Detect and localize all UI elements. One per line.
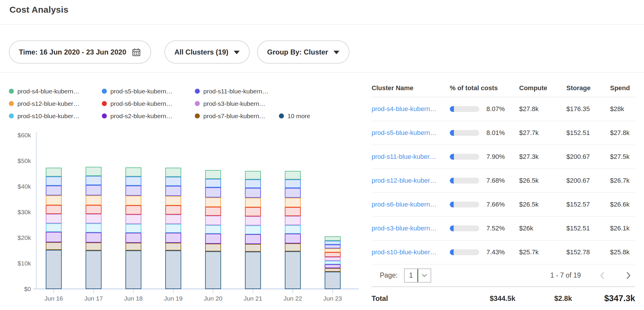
bar-segment[interactable] — [46, 195, 62, 205]
bar-segment[interactable] — [125, 205, 141, 214]
bar-segment[interactable] — [205, 197, 221, 207]
bar-segment[interactable] — [285, 243, 301, 251]
bar-segment[interactable] — [125, 186, 141, 196]
bar-segment[interactable] — [86, 214, 102, 223]
legend-item[interactable]: prod-s4-blue-kubern… — [9, 87, 102, 95]
time-range-filter-button[interactable]: Time: 16 Jun 2020 - 23 Jun 2020 — [9, 40, 151, 64]
bar-segment[interactable] — [245, 234, 261, 244]
bar-segment[interactable] — [205, 216, 221, 225]
bar-segment[interactable] — [245, 171, 261, 179]
bar-segment[interactable] — [205, 179, 221, 188]
bar-segment[interactable] — [325, 268, 341, 272]
bar-segment[interactable] — [325, 248, 341, 252]
bar-segment[interactable] — [125, 215, 141, 224]
bar-segment[interactable] — [245, 216, 261, 225]
bar-segment[interactable] — [165, 233, 181, 243]
cluster-name-link[interactable]: prod-s11-blue-kuber… — [372, 153, 450, 161]
bar-segment[interactable] — [205, 225, 221, 234]
bar-segment[interactable] — [285, 171, 301, 179]
bar-segment[interactable] — [125, 167, 141, 177]
bar-segment[interactable] — [205, 234, 221, 244]
bar-segment[interactable] — [205, 244, 221, 251]
bar-segment[interactable] — [165, 224, 181, 233]
bar-segment[interactable] — [325, 236, 341, 241]
bar-segment[interactable] — [125, 177, 141, 186]
clusters-filter-button[interactable]: All Clusters (19) — [164, 40, 250, 64]
bar-segment[interactable] — [86, 223, 102, 232]
next-page-button[interactable] — [624, 271, 633, 280]
bar-segment[interactable] — [325, 272, 341, 289]
legend-item[interactable]: prod-s5-blue-kubern… — [102, 87, 195, 95]
bar-segment[interactable] — [125, 233, 141, 243]
bar-segment[interactable] — [125, 224, 141, 233]
cluster-name-link[interactable]: prod-s5-blue-kubern… — [372, 129, 450, 137]
bar-segment[interactable] — [86, 195, 102, 205]
bar-segment[interactable] — [46, 186, 62, 196]
bar-segment[interactable] — [86, 233, 102, 243]
legend-item[interactable]: prod-s11-blue-kubern… — [195, 87, 279, 95]
bar-segment[interactable] — [86, 176, 102, 185]
bar-segment[interactable] — [165, 205, 181, 214]
bar-segment[interactable] — [46, 214, 62, 223]
legend-item[interactable]: prod-s3-blue-kubern… — [195, 100, 279, 108]
bar-segment[interactable] — [165, 215, 181, 224]
bar-segment[interactable] — [46, 168, 62, 177]
bar-segment[interactable] — [86, 250, 102, 289]
bar-segment[interactable] — [245, 198, 261, 207]
cluster-name-link[interactable]: prod-s6-blue-kubern… — [372, 201, 450, 208]
bar-segment[interactable] — [205, 251, 221, 289]
bar-segment[interactable] — [165, 186, 181, 196]
group-by-filter-button[interactable]: Group By: Cluster — [257, 40, 349, 64]
legend-item[interactable]: prod-s6-blue-kubern… — [102, 100, 195, 108]
page-select[interactable]: 1 — [404, 268, 431, 283]
bar-segment[interactable] — [285, 251, 301, 289]
legend-item[interactable]: prod-s10-blue-kuber… — [9, 112, 102, 120]
legend-item[interactable]: prod-s12-blue-kuber… — [9, 100, 102, 108]
bar-segment[interactable] — [205, 170, 221, 179]
bar-segment[interactable] — [325, 241, 341, 244]
bar-segment[interactable] — [325, 257, 341, 261]
bar-segment[interactable] — [165, 196, 181, 205]
bar-segment[interactable] — [46, 205, 62, 214]
bar-segment[interactable] — [245, 225, 261, 234]
bar-segment[interactable] — [125, 250, 141, 289]
bar-segment[interactable] — [245, 179, 261, 188]
bar-segment[interactable] — [285, 207, 301, 216]
bar-segment[interactable] — [165, 250, 181, 289]
cluster-name-link[interactable]: prod-s3-blue-kubern… — [372, 225, 450, 232]
bar-segment[interactable] — [245, 252, 261, 289]
bar-segment[interactable] — [245, 244, 261, 252]
bar-segment[interactable] — [46, 232, 62, 242]
legend-item[interactable]: 10 more — [279, 112, 310, 120]
bar-segment[interactable] — [86, 205, 102, 214]
bar-segment[interactable] — [125, 243, 141, 250]
legend-item[interactable]: prod-s2-blue-kubern… — [102, 112, 195, 120]
bar-segment[interactable] — [46, 223, 62, 232]
bar-segment[interactable] — [285, 234, 301, 243]
bar-segment[interactable] — [46, 177, 62, 185]
previous-page-button[interactable] — [598, 271, 607, 280]
bar-segment[interactable] — [205, 207, 221, 216]
bar-segment[interactable] — [325, 261, 341, 264]
bar-segment[interactable] — [165, 168, 181, 177]
bar-segment[interactable] — [325, 264, 341, 268]
bar-segment[interactable] — [125, 196, 141, 205]
cluster-name-link[interactable]: prod-s4-blue-kubern… — [372, 105, 450, 113]
cluster-name-link[interactable]: prod-s12-blue-kuber… — [372, 177, 450, 184]
bar-segment[interactable] — [46, 242, 62, 250]
bar-segment[interactable] — [245, 188, 261, 198]
bar-segment[interactable] — [285, 216, 301, 225]
bar-segment[interactable] — [285, 225, 301, 234]
bar-segment[interactable] — [285, 198, 301, 207]
bar-segment[interactable] — [285, 188, 301, 198]
bar-segment[interactable] — [285, 179, 301, 188]
bar-segment[interactable] — [245, 207, 261, 216]
bar-segment[interactable] — [325, 245, 341, 248]
bar-segment[interactable] — [86, 185, 102, 195]
bar-segment[interactable] — [165, 177, 181, 186]
bar-segment[interactable] — [86, 167, 102, 176]
bar-segment[interactable] — [46, 250, 62, 289]
bar-segment[interactable] — [325, 252, 341, 257]
bar-segment[interactable] — [86, 243, 102, 250]
bar-segment[interactable] — [165, 243, 181, 250]
